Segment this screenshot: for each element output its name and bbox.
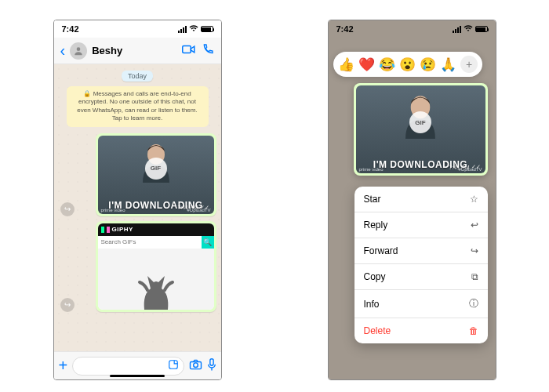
battery-icon bbox=[201, 26, 213, 32]
star-icon: ☆ bbox=[470, 194, 478, 205]
menu-delete[interactable]: Delete 🗑 bbox=[354, 318, 488, 343]
svg-rect-3 bbox=[169, 361, 177, 369]
menu-reply[interactable]: Reply ↩ bbox=[354, 212, 488, 238]
reply-icon: ↩ bbox=[471, 220, 478, 230]
svg-rect-6 bbox=[209, 358, 213, 365]
info-icon: ⓘ bbox=[469, 297, 478, 310]
message-row: ↪ GIPHY 🔍 bbox=[59, 221, 216, 312]
search-icon[interactable]: 🔍 bbox=[202, 236, 214, 249]
phone-context-menu-view: 7:42 👍 ❤️ 😂 😮 😢 🙏 + bbox=[328, 20, 496, 380]
menu-label: Delete bbox=[364, 325, 391, 336]
menu-label: Star bbox=[364, 194, 381, 205]
more-reactions-button[interactable]: + bbox=[460, 56, 478, 73]
status-bar: 7:42 bbox=[54, 20, 221, 38]
date-pill: Today bbox=[122, 71, 153, 82]
forward-icon: ↪ bbox=[471, 245, 478, 256]
wow-reaction[interactable]: 😮 bbox=[399, 56, 416, 73]
reaction-bar: 👍 ❤️ 😂 😮 😢 🙏 + bbox=[333, 52, 482, 77]
signal-icon bbox=[453, 26, 461, 33]
message-input[interactable] bbox=[72, 357, 184, 376]
encryption-text: Messages and calls are end-to-end encryp… bbox=[77, 90, 197, 122]
battery-icon bbox=[475, 26, 488, 32]
context-menu: Star ☆ Reply ↩ Forward ↪ Copy ⧉ Info ⓘ D… bbox=[354, 187, 488, 343]
back-button[interactable]: ‹ bbox=[60, 42, 66, 60]
status-time: 7:42 bbox=[62, 24, 79, 34]
video-call-icon[interactable] bbox=[182, 43, 196, 59]
trash-icon: 🗑 bbox=[469, 325, 478, 336]
menu-info[interactable]: Info ⓘ bbox=[354, 290, 488, 318]
status-bar: 7:42 bbox=[329, 20, 496, 38]
giphy-header: GIPHY bbox=[98, 223, 214, 236]
laugh-reaction[interactable]: 😂 bbox=[379, 56, 395, 73]
camera-icon[interactable] bbox=[189, 359, 202, 372]
encryption-notice[interactable]: 🔒 Messages and calls are end-to-end encr… bbox=[67, 86, 209, 127]
gif-badge: GIF bbox=[409, 111, 431, 133]
wifi-icon bbox=[189, 25, 198, 34]
menu-label: Copy bbox=[364, 271, 386, 282]
giphy-cat-preview bbox=[98, 249, 214, 310]
menu-label: Reply bbox=[364, 220, 388, 230]
menu-forward[interactable]: Forward ↪ bbox=[354, 238, 488, 264]
heart-reaction[interactable]: ❤️ bbox=[358, 56, 375, 73]
thumbs-up-reaction[interactable]: 👍 bbox=[338, 56, 354, 73]
status-time: 7:42 bbox=[336, 24, 354, 34]
attach-button[interactable]: + bbox=[59, 357, 68, 375]
gif-badge: GIF bbox=[145, 158, 167, 180]
wifi-icon bbox=[464, 25, 473, 34]
gif-caption: I'M DOWNLOADING bbox=[373, 159, 467, 170]
message-row: ↪ GIF I'M DOWNLOADING prime video #Uploa… bbox=[59, 133, 216, 216]
gif-content: GIF I'M DOWNLOADING prime video #UploadT… bbox=[356, 85, 485, 173]
gif-content: GIF I'M DOWNLOADING prime video #UploadT… bbox=[98, 136, 214, 214]
giphy-card: GIPHY 🔍 bbox=[98, 223, 214, 310]
phone-chat-view: 7:42 ‹ Beshy Today 🔒 Messages and calls … bbox=[53, 20, 222, 380]
svg-point-5 bbox=[193, 363, 198, 368]
menu-label: Forward bbox=[364, 245, 398, 256]
giphy-logo: GIPHY bbox=[112, 226, 133, 233]
menu-copy[interactable]: Copy ⧉ bbox=[354, 264, 488, 290]
giphy-search-input[interactable] bbox=[98, 236, 202, 249]
forward-icon[interactable]: ↪ bbox=[60, 298, 75, 312]
sad-reaction[interactable]: 😢 bbox=[420, 56, 436, 73]
svg-rect-1 bbox=[182, 45, 191, 53]
menu-star[interactable]: Star ☆ bbox=[354, 187, 488, 212]
status-icons bbox=[178, 25, 213, 34]
menu-label: Info bbox=[364, 299, 380, 310]
selected-message-bubble[interactable]: GIF I'M DOWNLOADING prime video #UploadT… bbox=[354, 83, 488, 176]
copy-icon: ⧉ bbox=[471, 271, 478, 282]
chat-body[interactable]: Today 🔒 Messages and calls are end-to-en… bbox=[54, 64, 221, 351]
pray-reaction[interactable]: 🙏 bbox=[440, 56, 456, 73]
voice-call-icon[interactable] bbox=[201, 43, 215, 59]
gif-caption: I'M DOWNLOADING bbox=[108, 200, 202, 211]
sticker-icon[interactable] bbox=[168, 359, 179, 372]
contact-name[interactable]: Beshy bbox=[92, 45, 176, 56]
read-receipt-icon: ✓✓ bbox=[471, 164, 481, 170]
signal-icon bbox=[178, 26, 187, 33]
message-bubble-giphy[interactable]: GIPHY 🔍 bbox=[96, 221, 216, 312]
lock-icon: 🔒 bbox=[83, 90, 91, 97]
forward-icon[interactable]: ↪ bbox=[60, 202, 75, 216]
contact-avatar[interactable] bbox=[70, 42, 87, 60]
microphone-icon[interactable] bbox=[207, 358, 216, 374]
chat-navbar: ‹ Beshy bbox=[54, 38, 221, 64]
home-indicator[interactable] bbox=[110, 375, 165, 377]
status-icons bbox=[453, 25, 488, 34]
message-bubble-gif[interactable]: GIF I'M DOWNLOADING prime video #UploadT… bbox=[96, 133, 216, 216]
giphy-search-bar: 🔍 bbox=[98, 236, 214, 249]
svg-point-0 bbox=[77, 47, 81, 51]
